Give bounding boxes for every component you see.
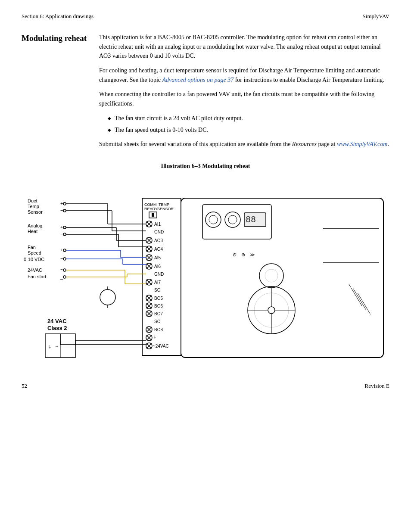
svg-text:AO4: AO4 — [154, 247, 163, 252]
svg-text:GND: GND — [154, 272, 164, 277]
svg-text:⏚: ⏚ — [153, 334, 156, 339]
svg-text:~: ~ — [60, 267, 63, 272]
diagram-area: Duct Temp Sensor + − Analog Heat + − Fan… — [22, 177, 392, 362]
header-left: Section 6: Application drawings — [22, 13, 93, 20]
svg-text:~: ~ — [55, 344, 58, 349]
svg-point-138 — [265, 269, 278, 282]
svg-point-24 — [63, 276, 66, 278]
svg-point-3 — [63, 202, 66, 205]
svg-text:≫: ≫ — [250, 252, 255, 257]
svg-text:BO5: BO5 — [154, 296, 163, 301]
svg-text:SENSOR: SENSOR — [157, 207, 174, 211]
svg-text:TEMP: TEMP — [159, 202, 169, 207]
duct-temp-label: Duct — [28, 198, 37, 203]
svg-point-21 — [63, 269, 66, 271]
svg-text:Speed: Speed — [28, 250, 41, 255]
header-right: SimplyVAV — [363, 13, 389, 20]
bullet-2: The fan speed output is 0-10 volts DC. — [108, 125, 389, 134]
svg-line-142 — [353, 289, 366, 310]
svg-point-5 — [63, 209, 66, 212]
page-number: 52 — [22, 383, 27, 389]
svg-point-124 — [228, 215, 237, 224]
svg-text:Temp: Temp — [28, 204, 39, 209]
advanced-options-link[interactable]: Advanced options on page 37 — [162, 77, 234, 83]
bullet-list: The fan start circuit is a 24 volt AC pi… — [108, 114, 389, 134]
svg-text:AO3: AO3 — [154, 238, 163, 243]
illustration-title: Illustration 6–3 Modulating reheat — [22, 163, 389, 170]
svg-text:AI6: AI6 — [154, 264, 161, 269]
svg-text:Sensor: Sensor — [28, 209, 43, 215]
svg-text:−: − — [60, 256, 63, 261]
body-text: This application is for a BAC-8005 or BA… — [99, 33, 389, 154]
svg-text:_: _ — [60, 274, 63, 280]
svg-text:+: + — [60, 247, 63, 252]
svg-point-18 — [63, 258, 66, 260]
svg-text:+: + — [60, 201, 63, 206]
website-link[interactable]: www.SimplyVAV.com — [337, 141, 388, 147]
page-header: Section 6: Application drawings SimplyVA… — [22, 13, 389, 20]
section-heading: Modulating reheat — [22, 33, 90, 154]
svg-text:Heat: Heat — [28, 229, 37, 234]
svg-text:~24VAC: ~24VAC — [153, 344, 169, 348]
svg-text:⊕: ⊕ — [241, 252, 245, 257]
svg-text:COMM: COMM — [144, 202, 157, 207]
paragraph-closing: Submittal sheets for several variations … — [99, 140, 389, 149]
svg-point-11 — [63, 233, 66, 236]
svg-text:24VAC: 24VAC — [28, 268, 42, 273]
paragraph-3: When connecting the controller to a fan … — [99, 90, 389, 108]
svg-text:⊙: ⊙ — [233, 252, 237, 257]
svg-text:SC: SC — [154, 319, 160, 324]
svg-point-15 — [63, 249, 66, 252]
svg-text:Analog: Analog — [28, 223, 42, 228]
svg-text:SC: SC — [154, 288, 160, 292]
svg-text:BO8: BO8 — [154, 327, 163, 332]
svg-text:Fan start: Fan start — [28, 274, 46, 279]
paragraph-1: This application is for a BAC-8005 or BA… — [99, 33, 389, 61]
svg-text:AI5: AI5 — [154, 255, 161, 260]
wiring-diagram: Duct Temp Sensor + − Analog Heat + − Fan… — [22, 177, 392, 362]
vav-unit-outline — [181, 198, 383, 358]
svg-line-141 — [349, 284, 362, 306]
svg-point-137 — [259, 264, 283, 288]
svg-text:AI1: AI1 — [154, 222, 161, 227]
svg-point-123 — [225, 212, 240, 227]
svg-rect-36 — [152, 213, 154, 217]
revision: Revision E — [365, 383, 389, 389]
svg-point-117 — [100, 289, 115, 305]
page-footer: 52 Revision E — [22, 379, 389, 389]
svg-text:⏚: ⏚ — [48, 344, 51, 349]
svg-text:0-10 VDC: 0-10 VDC — [24, 257, 44, 262]
svg-point-132 — [268, 307, 275, 314]
svg-text:88: 88 — [246, 214, 256, 224]
paragraph-2: For cooling and heating, a duct temperat… — [99, 66, 389, 84]
svg-text:Fan: Fan — [28, 245, 36, 250]
svg-point-9 — [63, 226, 66, 229]
main-content: Modulating reheat This application is fo… — [22, 33, 389, 154]
svg-text:BO7: BO7 — [154, 311, 163, 316]
svg-text:GND: GND — [154, 230, 164, 234]
svg-text:24 VAC: 24 VAC — [47, 318, 67, 324]
svg-text:−: − — [60, 231, 63, 236]
svg-text:READY: READY — [144, 207, 158, 211]
svg-text:BO6: BO6 — [154, 304, 163, 308]
svg-text:−: − — [60, 208, 63, 213]
svg-text:+: + — [60, 224, 63, 230]
svg-text:AI7: AI7 — [154, 280, 161, 285]
svg-point-121 — [206, 212, 221, 227]
svg-point-122 — [209, 215, 218, 224]
bullet-1: The fan start circuit is a 24 volt AC pi… — [108, 114, 389, 123]
svg-text:Class 2: Class 2 — [47, 325, 67, 331]
svg-line-143 — [358, 293, 371, 314]
